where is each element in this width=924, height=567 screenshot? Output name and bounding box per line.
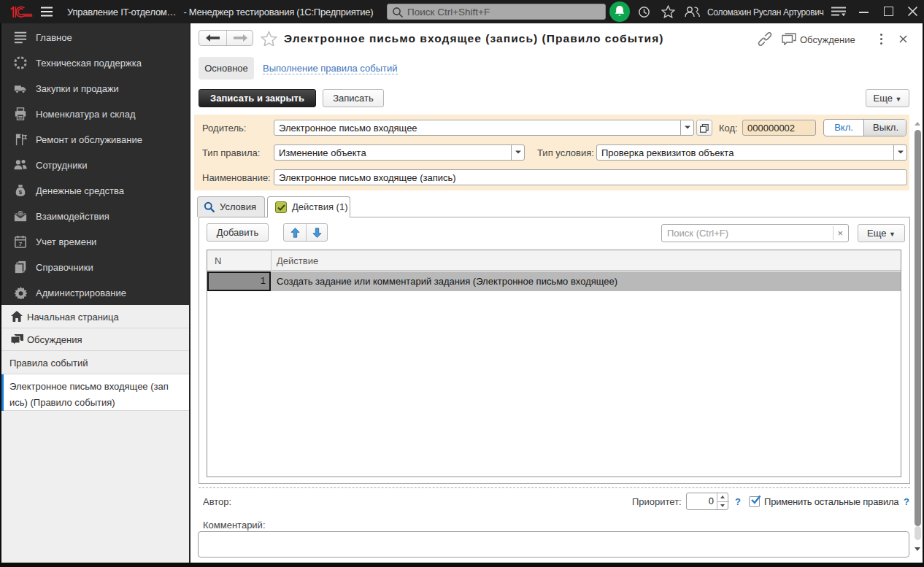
svg-text:@: @ [18, 211, 23, 216]
svg-text:7: 7 [19, 240, 23, 247]
svg-text:$: $ [19, 188, 23, 195]
